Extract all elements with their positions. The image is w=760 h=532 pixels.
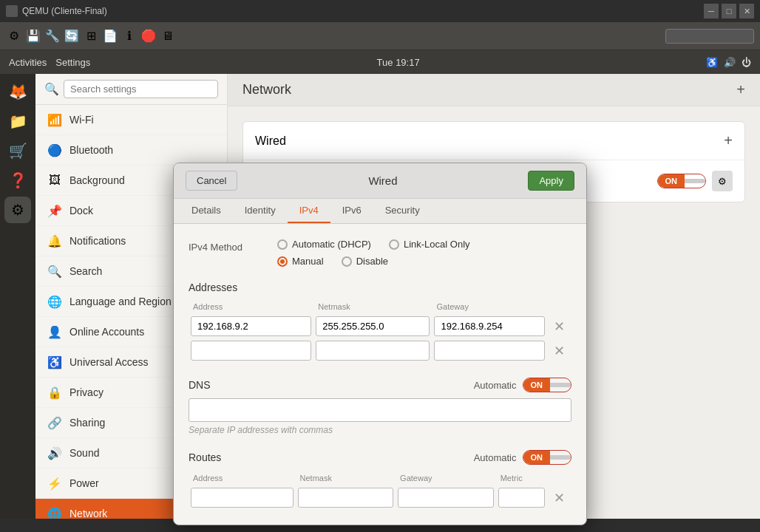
taskbar: ⚙ 💾 🔧 🔄 ⊞ 📄 ℹ 🛑 🖥 bbox=[0, 22, 760, 50]
method-link-local[interactable]: Link-Local Only bbox=[389, 239, 470, 250]
tab-ipv6[interactable]: IPv6 bbox=[330, 199, 373, 223]
method-manual[interactable]: Manual bbox=[277, 256, 324, 267]
taskbar-icon-info[interactable]: ℹ bbox=[121, 28, 138, 44]
dns-toggle[interactable]: ON bbox=[523, 378, 572, 392]
routes-row-0: ✕ bbox=[189, 485, 571, 510]
dns-auto-row: Automatic ON bbox=[474, 378, 571, 392]
addresses-section: Addresses Address Netmask Gateway bbox=[189, 282, 571, 363]
dialog-title: Wired bbox=[368, 174, 397, 187]
routes-netmask-input-0[interactable] bbox=[298, 488, 394, 508]
routes-remove-row-0[interactable]: ✕ bbox=[549, 488, 569, 508]
cancel-button[interactable]: Cancel bbox=[186, 171, 237, 191]
title-bar-controls: ─ □ ✕ bbox=[704, 4, 754, 18]
col-address: Address bbox=[189, 299, 313, 314]
routes-auto-row: Automatic ON bbox=[474, 450, 571, 465]
dns-auto-label: Automatic bbox=[474, 380, 517, 391]
dns-input-area[interactable] bbox=[189, 398, 571, 422]
address-input-0[interactable] bbox=[191, 316, 311, 336]
full-layout: QEMU (Cliente-Final) ─ □ ✕ ⚙ 💾 🔧 🔄 ⊞ 📄 ℹ… bbox=[0, 0, 760, 532]
routes-section: Routes Automatic ON Address bbox=[189, 450, 571, 510]
routes-toggle-off bbox=[550, 455, 571, 460]
title-bar-title: QEMU (Cliente-Final) bbox=[22, 6, 107, 16]
tab-ipv4[interactable]: IPv4 bbox=[288, 199, 330, 223]
method-dhcp-label: Automatic (DHCP) bbox=[292, 239, 371, 250]
ipv4-method-section: IPv4 Method Automatic (DHCP) Link-Local … bbox=[189, 239, 571, 267]
radio-disable[interactable] bbox=[342, 256, 352, 267]
routes-metric-input-0[interactable] bbox=[498, 488, 545, 508]
taskbar-search[interactable] bbox=[665, 29, 754, 44]
routes-toggle[interactable]: ON bbox=[523, 450, 572, 465]
method-manual-label: Manual bbox=[292, 256, 324, 267]
tab-security[interactable]: Security bbox=[373, 199, 432, 223]
col-gateway: Gateway bbox=[432, 299, 547, 314]
wired-dialog: Cancel Wired Apply Details Identity IPv4… bbox=[173, 163, 587, 525]
tab-identity[interactable]: Identity bbox=[233, 199, 288, 223]
taskbar-icon-settings[interactable]: ⚙ bbox=[6, 28, 22, 44]
netmask-input-0[interactable] bbox=[316, 316, 430, 336]
title-bar: QEMU (Cliente-Final) ─ □ ✕ bbox=[0, 0, 760, 22]
routes-auto-label: Automatic bbox=[474, 452, 517, 463]
minimize-button[interactable]: ─ bbox=[704, 4, 719, 18]
dns-toggle-off bbox=[550, 383, 571, 387]
addresses-title: Addresses bbox=[189, 282, 571, 293]
address-row-0: ✕ bbox=[189, 314, 571, 338]
routes-col-netmask: Netmask bbox=[296, 471, 396, 485]
taskbar-icon-stop[interactable]: 🛑 bbox=[140, 28, 157, 44]
remove-row-1[interactable]: ✕ bbox=[549, 341, 569, 361]
gateway-input-0[interactable] bbox=[434, 316, 545, 336]
apply-button[interactable]: Apply bbox=[528, 171, 574, 191]
address-input-1[interactable] bbox=[191, 341, 311, 361]
remove-row-0[interactable]: ✕ bbox=[549, 317, 569, 336]
routes-title: Routes bbox=[189, 451, 221, 463]
dns-section: DNS Automatic ON Separate IP addresses w… bbox=[189, 378, 571, 435]
routes-address-input-0[interactable] bbox=[191, 488, 294, 508]
tab-details[interactable]: Details bbox=[180, 199, 233, 223]
addresses-table: Address Netmask Gateway ✕ bbox=[189, 299, 571, 363]
taskbar-icon-doc[interactable]: 📄 bbox=[102, 28, 118, 44]
method-dhcp[interactable]: Automatic (DHCP) bbox=[277, 239, 371, 250]
routes-toggle-on: ON bbox=[523, 451, 551, 464]
gateway-input-1[interactable] bbox=[434, 341, 545, 361]
taskbar-icon-files[interactable]: 💾 bbox=[25, 28, 41, 44]
method-options: Automatic (DHCP) Link-Local Only bbox=[277, 239, 470, 267]
dns-title: DNS bbox=[189, 379, 211, 391]
method-disable-label: Disable bbox=[356, 256, 388, 267]
routes-gateway-input-0[interactable] bbox=[398, 488, 494, 508]
dialog-body: IPv4 Method Automatic (DHCP) Link-Local … bbox=[174, 224, 586, 525]
routes-col-gateway: Gateway bbox=[396, 471, 496, 485]
routes-header: Routes Automatic ON bbox=[189, 450, 571, 465]
dialog-tabs: Details Identity IPv4 IPv6 Security bbox=[174, 199, 586, 224]
netmask-input-1[interactable] bbox=[316, 341, 430, 361]
method-link-local-label: Link-Local Only bbox=[404, 239, 470, 250]
radio-link-local[interactable] bbox=[389, 239, 399, 250]
qemu-icon bbox=[6, 5, 18, 17]
taskbar-icon-windows[interactable]: ⊞ bbox=[83, 28, 99, 44]
address-row-1: ✕ bbox=[189, 338, 571, 363]
taskbar-icon-refresh[interactable]: 🔄 bbox=[64, 28, 80, 44]
dns-header: DNS Automatic ON bbox=[189, 378, 571, 392]
radio-manual[interactable] bbox=[277, 256, 288, 267]
col-netmask: Netmask bbox=[313, 299, 432, 314]
dns-toggle-on: ON bbox=[523, 378, 551, 392]
dialog-overlay: Cancel Wired Apply Details Identity IPv4… bbox=[0, 52, 760, 532]
close-button[interactable]: ✕ bbox=[739, 4, 754, 18]
radio-dhcp[interactable] bbox=[277, 239, 288, 250]
dialog-header: Cancel Wired Apply bbox=[174, 163, 586, 199]
taskbar-icon-monitor[interactable]: 🖥 bbox=[160, 28, 176, 44]
method-disable[interactable]: Disable bbox=[342, 256, 388, 267]
taskbar-icon-tools[interactable]: 🔧 bbox=[44, 28, 61, 44]
routes-table: Address Netmask Gateway Metric bbox=[189, 471, 571, 510]
routes-col-address: Address bbox=[189, 471, 296, 485]
dns-hint: Separate IP addresses with commas bbox=[189, 425, 571, 435]
ipv4-method-label: IPv4 Method bbox=[189, 239, 262, 253]
maximize-button[interactable]: □ bbox=[722, 4, 736, 18]
routes-col-metric: Metric bbox=[496, 471, 547, 485]
